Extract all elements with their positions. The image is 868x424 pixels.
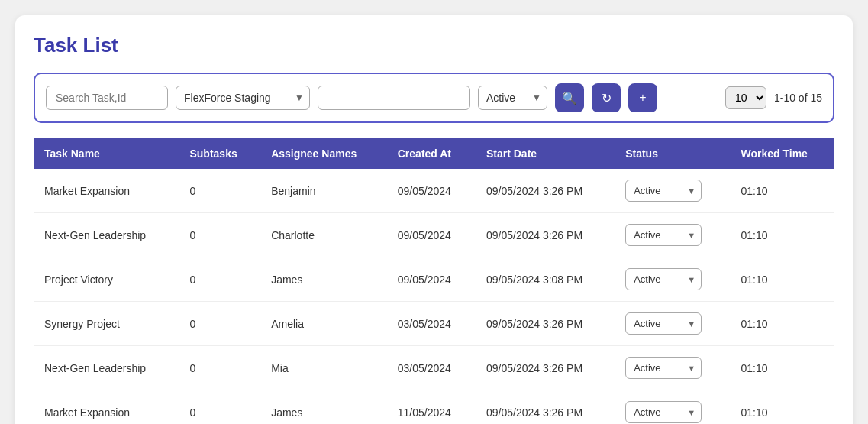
- status-filter-select[interactable]: Active Inactive All: [478, 86, 547, 110]
- cell-worked-time: 01:10: [731, 390, 835, 425]
- cell-created-at: 09/05/2024: [387, 257, 476, 302]
- status-dropdown-wrapper: ActiveInactiveAll▼: [625, 180, 702, 202]
- cell-start-date: 09/05/2024 3:26 PM: [476, 169, 615, 213]
- search-input[interactable]: [46, 86, 168, 110]
- col-task-name: Task Name: [34, 138, 179, 169]
- table-row: Synergy Project0Amelia03/05/202409/05/20…: [34, 302, 834, 346]
- pagination-info: 1-10 of 15: [774, 92, 822, 104]
- refresh-icon: ↻: [602, 91, 611, 105]
- cell-status: ActiveInactiveAll▼: [615, 390, 730, 425]
- search-button[interactable]: 🔍: [555, 83, 584, 112]
- refresh-button[interactable]: ↻: [592, 83, 621, 112]
- cell-worked-time: 01:10: [731, 257, 835, 302]
- main-container: Task List FlexForce Staging FlexForce Pr…: [15, 15, 853, 424]
- table-row: Market Expansion0Benjamin09/05/202409/05…: [34, 169, 834, 213]
- page-title: Task List: [34, 34, 834, 57]
- status-row-select[interactable]: ActiveInactiveAll: [625, 357, 702, 379]
- cell-assignee-names: James: [260, 257, 387, 302]
- status-dropdown-wrapper: ActiveInactiveAll▼: [625, 224, 702, 246]
- col-start-date: Start Date: [476, 138, 615, 169]
- header-row: Task Name Subtasks Assignee Names Create…: [34, 138, 834, 169]
- add-button[interactable]: +: [628, 83, 657, 112]
- table-row: Market Expansion0James11/05/202409/05/20…: [34, 390, 834, 425]
- status-select-wrapper: Active Inactive All ▼: [478, 86, 547, 110]
- cell-status: ActiveInactiveAll▼: [615, 302, 730, 346]
- cell-status: ActiveInactiveAll▼: [615, 213, 730, 257]
- table-row: Project Victory0James09/05/202409/05/202…: [34, 257, 834, 302]
- cell-task-name: Next-Gen Leadership: [34, 213, 179, 257]
- cell-start-date: 09/05/2024 3:08 PM: [476, 257, 615, 302]
- col-worked-time: Worked Time: [731, 138, 835, 169]
- cell-start-date: 09/05/2024 3:26 PM: [476, 302, 615, 346]
- cell-start-date: 09/05/2024 3:26 PM: [476, 390, 615, 425]
- status-dropdown-wrapper: ActiveInactiveAll▼: [625, 268, 702, 290]
- environment-select[interactable]: FlexForce Staging FlexForce Production: [176, 86, 310, 110]
- toolbar: FlexForce Staging FlexForce Production ▼…: [34, 73, 834, 123]
- cell-task-name: Market Expansion: [34, 390, 179, 425]
- cell-assignee-names: James: [260, 390, 387, 425]
- cell-assignee-names: Benjamin: [260, 169, 387, 213]
- environment-select-wrapper: FlexForce Staging FlexForce Production ▼: [176, 86, 310, 110]
- cell-status: ActiveInactiveAll▼: [615, 346, 730, 390]
- cell-subtasks: 0: [179, 213, 260, 257]
- status-row-select[interactable]: ActiveInactiveAll: [625, 268, 702, 290]
- status-dropdown-wrapper: ActiveInactiveAll▼: [625, 312, 702, 335]
- cell-status: ActiveInactiveAll▼: [615, 169, 730, 213]
- col-status: Status: [615, 138, 730, 169]
- status-dropdown-wrapper: ActiveInactiveAll▼: [625, 357, 702, 379]
- cell-created-at: 09/05/2024: [387, 169, 476, 213]
- status-row-select[interactable]: ActiveInactiveAll: [625, 224, 702, 246]
- cell-subtasks: 0: [179, 169, 260, 213]
- cell-worked-time: 01:10: [731, 213, 835, 257]
- cell-task-name: Market Expansion: [34, 169, 179, 213]
- cell-created-at: 09/05/2024: [387, 213, 476, 257]
- cell-created-at: 03/05/2024: [387, 302, 476, 346]
- status-row-select[interactable]: ActiveInactiveAll: [625, 401, 702, 423]
- cell-task-name: Project Victory: [34, 257, 179, 302]
- search-icon: 🔍: [562, 91, 577, 105]
- plus-icon: +: [639, 91, 646, 105]
- cell-subtasks: 0: [179, 257, 260, 302]
- col-created-at: Created At: [387, 138, 476, 169]
- cell-task-name: Next-Gen Leadership: [34, 346, 179, 390]
- cell-assignee-names: Charlotte: [260, 213, 387, 257]
- cell-subtasks: 0: [179, 302, 260, 346]
- status-row-select[interactable]: ActiveInactiveAll: [625, 180, 702, 202]
- date-range-input[interactable]: 09-04-2024 - 09-05-2024: [318, 86, 470, 110]
- cell-task-name: Synergy Project: [34, 302, 179, 346]
- cell-assignee-names: Mia: [260, 346, 387, 390]
- status-dropdown-wrapper: ActiveInactiveAll▼: [625, 401, 702, 423]
- cell-created-at: 11/05/2024: [387, 390, 476, 425]
- table-header: Task Name Subtasks Assignee Names Create…: [34, 138, 834, 169]
- cell-created-at: 03/05/2024: [387, 346, 476, 390]
- cell-subtasks: 0: [179, 390, 260, 425]
- table-row: Next-Gen Leadership0Mia03/05/202409/05/2…: [34, 346, 834, 390]
- task-table: Task Name Subtasks Assignee Names Create…: [34, 138, 834, 424]
- cell-assignee-names: Amelia: [260, 302, 387, 346]
- table-row: Next-Gen Leadership0Charlotte09/05/20240…: [34, 213, 834, 257]
- table-body: Market Expansion0Benjamin09/05/202409/05…: [34, 169, 834, 424]
- status-row-select[interactable]: ActiveInactiveAll: [625, 312, 702, 335]
- cell-start-date: 09/05/2024 3:26 PM: [476, 213, 615, 257]
- cell-start-date: 09/05/2024 3:26 PM: [476, 346, 615, 390]
- cell-worked-time: 01:10: [731, 169, 835, 213]
- col-assignee-names: Assignee Names: [260, 138, 387, 169]
- col-subtasks: Subtasks: [179, 138, 260, 169]
- cell-worked-time: 01:10: [731, 302, 835, 346]
- page-size-select[interactable]: 10 25 50: [725, 86, 766, 109]
- cell-worked-time: 01:10: [731, 346, 835, 390]
- cell-status: ActiveInactiveAll▼: [615, 257, 730, 302]
- cell-subtasks: 0: [179, 346, 260, 390]
